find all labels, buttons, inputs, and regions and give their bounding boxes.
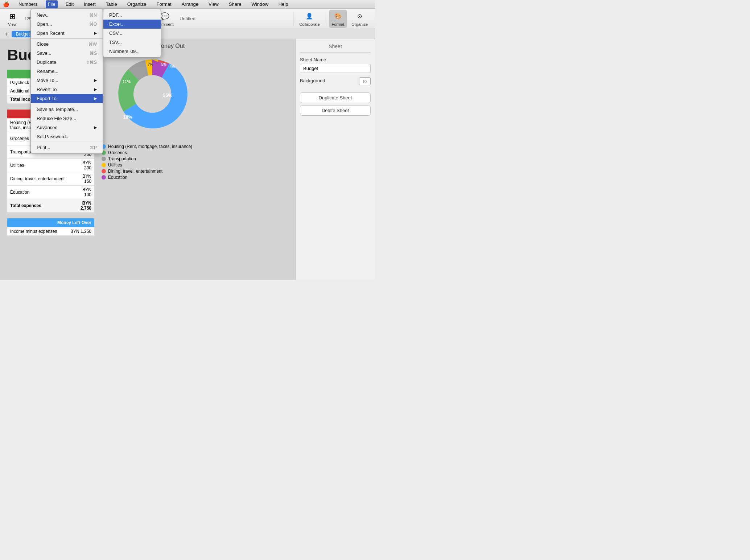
menubar-view[interactable]: View (206, 0, 221, 8)
collaborate-icon: 👤 (304, 11, 314, 21)
legend-item-groceries: Groceries (102, 150, 239, 155)
export-tsv[interactable]: TSV... (103, 38, 161, 47)
menu-close-shortcut: ⌘W (88, 42, 97, 47)
organize-icon: ⊙ (355, 11, 365, 21)
menu-item-rename[interactable]: Rename... (31, 67, 103, 76)
legend-dot-utilities (102, 163, 106, 167)
menu-item-open[interactable]: Open... ⌘O (31, 20, 103, 29)
total-expenses-value: BYN 2,750 (72, 199, 94, 213)
export-pdf-label: PDF... (109, 12, 122, 18)
table-row: Education BYN 100 (7, 186, 94, 199)
legend-label-housing: Housing (Rent, mortgage, taxes, insuranc… (108, 144, 192, 149)
menu-item-close[interactable]: Close ⌘W (31, 40, 103, 49)
chart-label-housing: 55% (163, 92, 172, 98)
menu-save-template-label: Save as Template... (37, 107, 78, 112)
menu-set-password-label: Set Password... (37, 134, 70, 139)
menu-item-save-template[interactable]: Save as Template... (31, 105, 103, 114)
menu-duplicate-label: Duplicate (37, 59, 56, 65)
table-row: Utilities BYN 200 (7, 159, 94, 172)
menubar-format[interactable]: Format (154, 0, 173, 8)
format-icon: 🎨 (333, 11, 343, 21)
legend-label-dining: Dining, travel, entertainment (108, 169, 162, 174)
sheet-name-input[interactable] (300, 64, 371, 73)
legend-item-education: Education (102, 175, 239, 180)
legend-label-utilities: Utilities (108, 162, 122, 168)
background-swatch[interactable]: ⊙ (359, 77, 371, 85)
menu-print-shortcut: ⌘P (90, 145, 97, 150)
menu-rename-label: Rename... (37, 69, 58, 74)
organize-button[interactable]: ⊙ Organize (349, 10, 371, 28)
menu-advanced-label: Advanced (37, 125, 58, 130)
legend-label-transportation: Transportation (108, 156, 136, 161)
export-numbers09[interactable]: Numbers '09... (103, 47, 161, 56)
education-label: Education (7, 186, 72, 199)
sheet-actions: Duplicate Sheet Delete Sheet (300, 92, 371, 116)
money-left-header-cell: Money Left Over (7, 218, 94, 227)
legend-label-education: Education (108, 175, 127, 180)
menu-item-reduce-size[interactable]: Reduce File Size... (31, 114, 103, 123)
menubar-insert[interactable]: Insert (82, 0, 98, 8)
export-pdf[interactable]: PDF... (103, 11, 161, 20)
menubar-window[interactable]: Window (250, 0, 271, 8)
total-expenses-label: Total expenses (7, 199, 72, 213)
menu-move-to-label: Move To... (37, 78, 58, 83)
collaborate-button[interactable]: 👤 Collaborate (296, 10, 322, 28)
export-csv[interactable]: CSV... (103, 29, 161, 38)
delete-sheet-button[interactable]: Delete Sheet (300, 105, 371, 116)
legend-item-utilities: Utilities (102, 162, 239, 168)
menu-save-label: Save... (37, 50, 51, 56)
menubar-file[interactable]: File (46, 0, 58, 8)
menubar: 🍎 Numbers File Edit Insert Table Organiz… (0, 0, 375, 9)
menu-item-open-recent[interactable]: Open Recent ▶ (31, 29, 103, 38)
menu-item-revert-to[interactable]: Revert To ▶ (31, 85, 103, 94)
sheet-name-label: Sheet Name (300, 57, 371, 62)
menu-reduce-size-label: Reduce File Size... (37, 116, 76, 121)
menubar-share[interactable]: Share (227, 0, 244, 8)
table-row: Income minus expenses BYN 1,250 (7, 227, 94, 236)
menu-item-duplicate[interactable]: Duplicate ⇧⌘S (31, 58, 103, 67)
menu-item-new[interactable]: New... ⌘N (31, 11, 103, 20)
format-button[interactable]: 🎨 Format (329, 10, 347, 28)
add-tab-button[interactable]: + (3, 30, 10, 38)
menu-save-shortcut: ⌘S (90, 51, 97, 56)
apple-icon[interactable]: 🍎 (3, 1, 9, 7)
menu-item-print[interactable]: Print... ⌘P (31, 143, 103, 152)
view-button[interactable]: ⊞ View (4, 10, 20, 28)
export-excel[interactable]: Excel... (103, 20, 161, 29)
menubar-edit[interactable]: Edit (63, 0, 76, 8)
menu-item-save[interactable]: Save... ⌘S (31, 49, 103, 58)
utilities-value: BYN 200 (72, 159, 94, 172)
table-row: Dining, travel, entertainment BYN 150 (7, 172, 94, 186)
menu-item-move-to[interactable]: Move To... ▶ (31, 76, 103, 85)
chart-label-transportation: 11% (123, 79, 131, 84)
menubar-numbers[interactable]: Numbers (16, 0, 40, 8)
background-label: Background (300, 78, 325, 83)
menubar-help[interactable]: Help (276, 0, 290, 8)
organize-label: Organize (351, 22, 368, 26)
money-left-header: Money Left Over (7, 218, 94, 227)
menu-move-to-arrow: ▶ (94, 78, 97, 83)
menu-export-to-label: Export To (37, 96, 57, 101)
legend-item-transportation: Transportation (102, 156, 239, 161)
background-row: Background ⊙ (300, 77, 371, 85)
toolbar-separator-2 (293, 12, 293, 26)
chart-label-groceries: 18% (123, 115, 132, 120)
legend-item-dining: Dining, travel, entertainment (102, 169, 239, 174)
menubar-table[interactable]: Table (104, 0, 119, 8)
comment-icon: 💬 (160, 11, 170, 21)
chart-container: Money Out (102, 43, 239, 181)
total-expenses-row: Total expenses BYN 2,750 (7, 199, 94, 213)
chart-label-dining: 5% (161, 62, 167, 66)
menu-item-advanced[interactable]: Advanced ▶ (31, 123, 103, 132)
menu-item-export-to[interactable]: Export To ▶ (31, 94, 103, 103)
file-menu-dropdown: New... ⌘N Open... ⌘O Open Recent ▶ Close… (30, 9, 103, 154)
menu-separator-3 (31, 142, 103, 142)
duplicate-sheet-button[interactable]: Duplicate Sheet (300, 92, 371, 103)
view-label: View (8, 22, 17, 26)
menu-item-set-password[interactable]: Set Password... (31, 132, 103, 141)
chart-label-education: 4% (170, 65, 175, 69)
menubar-arrange[interactable]: Arrange (180, 0, 201, 8)
donut-chart: 55% 18% 11% 7% 5% 4% (102, 52, 203, 139)
legend-label-groceries: Groceries (108, 150, 127, 155)
menubar-organize[interactable]: Organize (125, 0, 149, 8)
